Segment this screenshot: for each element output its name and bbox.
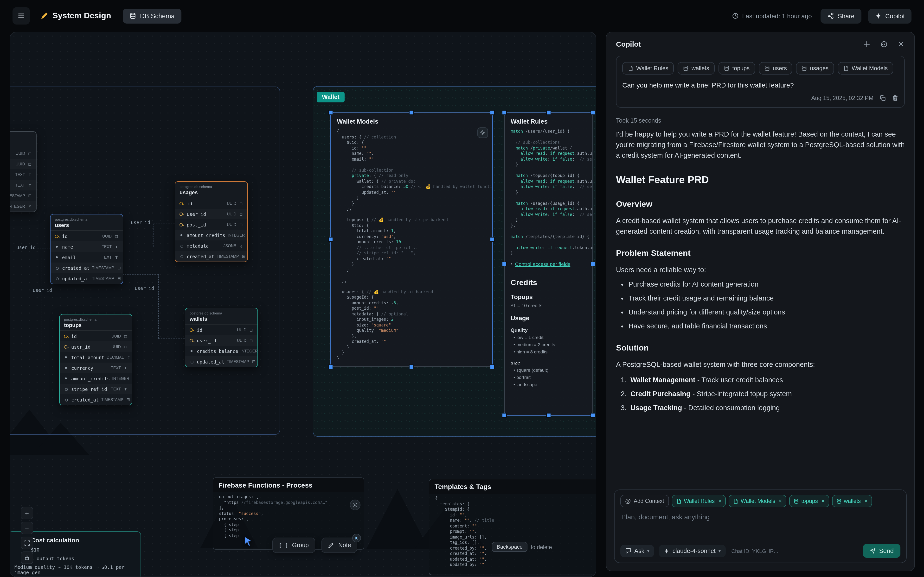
table-field-row[interactable]: user_id UUID <box>185 335 257 346</box>
table-wallets[interactable]: postgres.db.schema wallets id UUID user_… <box>185 308 258 367</box>
copilot-button[interactable]: Copilot <box>868 8 911 23</box>
table-field-row[interactable]: credits_balance INTEGER <box>185 346 257 356</box>
wallet-group-label[interactable]: Wallet <box>317 92 345 102</box>
zoom-out-button[interactable]: − <box>21 522 33 534</box>
table-field-row[interactable]: total_amount DECIMAL <box>60 352 132 363</box>
remove-context-icon[interactable]: × <box>718 498 721 504</box>
composer-context-chip[interactable]: wallets × <box>832 495 872 507</box>
context-chip[interactable]: wallets <box>678 62 714 74</box>
selection-handle[interactable] <box>328 237 333 242</box>
tab-db-schema[interactable]: DB Schema <box>123 8 181 23</box>
database-icon <box>764 65 770 71</box>
selection-handle[interactable] <box>490 110 495 115</box>
selection-handle[interactable] <box>328 364 333 369</box>
table-users[interactable]: postgres.db.schema users id UUID name TE <box>50 214 123 284</box>
selection-handle[interactable] <box>502 110 507 115</box>
table-field-row[interactable]: amount_credits INTEGER <box>175 230 247 240</box>
context-chip[interactable]: usages <box>796 62 834 74</box>
note-tool-button[interactable]: Note <box>321 538 357 553</box>
background-triangle <box>366 489 429 549</box>
wallet-models-card[interactable]: Wallet Models { users: { // collection $… <box>331 113 492 367</box>
fit-view-button[interactable] <box>21 537 33 549</box>
table-field-row[interactable]: TEXT <box>10 169 36 180</box>
card-settings-button[interactable] <box>350 500 360 510</box>
group-tool-button[interactable]: [ ] Group <box>272 538 315 553</box>
selection-handle[interactable] <box>546 413 551 418</box>
model-selector[interactable]: claude-4-sonnet ▾ <box>659 545 725 557</box>
table-field-row[interactable]: updated_at TIMESTAMP <box>185 356 257 367</box>
zoom-in-button[interactable]: + <box>21 507 33 519</box>
remove-context-icon[interactable]: × <box>779 498 782 504</box>
templates-tags-card[interactable]: Templates & Tags { templates: { $tempId:… <box>429 479 596 575</box>
mode-selector[interactable]: Ask ▾ <box>620 545 654 557</box>
context-chip[interactable]: users <box>759 62 792 74</box>
chat-messages[interactable]: Wallet Rules wallets topups <box>606 53 914 484</box>
composer-context-chip[interactable]: Wallet Rules × <box>672 495 726 507</box>
selection-handle[interactable] <box>409 110 414 115</box>
selection-handle[interactable] <box>502 261 507 266</box>
table-field-row[interactable]: amount_credits INTEGER <box>60 373 132 384</box>
card-settings-button[interactable] <box>477 127 488 138</box>
copy-message-button[interactable] <box>879 95 886 102</box>
response-duration[interactable]: Took 15 seconds <box>616 117 905 124</box>
table-field-row[interactable]: id UUID <box>50 231 123 242</box>
field-type-icon <box>27 151 32 156</box>
table-field-row[interactable]: TIMESTAMP <box>10 190 36 201</box>
table-usages[interactable]: postgres.db.schema usages id UUID user_i… <box>175 181 248 262</box>
table-field-row[interactable]: user_id UUID <box>175 209 247 219</box>
cursor-tool[interactable] <box>242 535 255 548</box>
selection-handle[interactable] <box>409 364 414 369</box>
wallet-rules-card[interactable]: Wallet Rules match /users/{user_id} { //… <box>504 113 593 416</box>
history-button[interactable] <box>880 40 888 48</box>
send-button[interactable]: Send <box>863 544 900 558</box>
selection-handle[interactable] <box>502 413 507 418</box>
table-field-row[interactable]: currency TEXT <box>60 363 132 373</box>
table-field-row[interactable]: metadata JSONB <box>175 240 247 251</box>
context-chip[interactable]: Wallet Rules <box>622 62 674 74</box>
table-field-row[interactable]: id UUID <box>175 198 247 209</box>
table-field-row[interactable]: stripe_ref_id TEXT <box>60 384 132 394</box>
close-panel-button[interactable] <box>898 40 905 48</box>
context-chip[interactable]: Wallet Models <box>838 62 893 74</box>
chat-input[interactable] <box>620 512 900 540</box>
remove-context-icon[interactable]: × <box>864 498 867 504</box>
table-partial[interactable]: UUID UUID TEXT <box>10 131 37 212</box>
table-field-row[interactable]: email TEXT <box>50 252 123 263</box>
selection-handle[interactable] <box>591 110 595 115</box>
selection-handle[interactable] <box>591 413 595 418</box>
table-field-row[interactable]: user_id UUID <box>60 342 132 352</box>
selection-handle[interactable] <box>490 237 495 242</box>
new-chat-button[interactable] <box>863 40 871 48</box>
selection-handle[interactable] <box>591 261 595 266</box>
delete-message-button[interactable] <box>892 95 898 102</box>
table-field-row[interactable]: UUID <box>10 148 36 159</box>
table-field-row[interactable]: created_at TIMESTAMP <box>175 251 247 261</box>
selection-handle[interactable] <box>328 110 333 115</box>
table-field-row[interactable]: TEXT <box>10 180 36 190</box>
lock-button[interactable] <box>21 551 33 564</box>
diagram-canvas[interactable]: Wallet user_id user_id user_id user_id <box>10 32 596 577</box>
add-context-button[interactable]: @ Add Context <box>620 495 669 507</box>
table-field-row[interactable]: created_at TIMESTAMP <box>60 394 132 405</box>
remove-context-icon[interactable]: × <box>821 498 825 504</box>
table-field-row[interactable]: post_id UUID <box>175 219 247 230</box>
hamburger-icon <box>17 12 25 20</box>
composer-context-chip[interactable]: Wallet Models × <box>729 495 787 507</box>
table-field-row[interactable]: UUID <box>10 159 36 169</box>
table-field-row[interactable]: name TEXT <box>50 242 123 252</box>
selection-handle[interactable] <box>490 364 495 369</box>
table-field-row[interactable]: id UUID <box>185 324 257 335</box>
table-field-row[interactable]: updated_at TIMESTAMP <box>50 273 123 284</box>
share-button[interactable]: Share <box>821 8 861 23</box>
app: System Design DB Schema Last updated: 1 … <box>0 0 924 577</box>
selection-handle[interactable] <box>546 110 551 115</box>
menu-button[interactable] <box>13 7 30 24</box>
table-topups[interactable]: postgres.db.schema topups id UUID user_i… <box>59 314 132 405</box>
table-field-row[interactable]: INTEGER <box>10 201 36 211</box>
control-access-link[interactable]: Control access per fields <box>515 261 570 267</box>
table-field-row[interactable]: id UUID <box>60 331 132 342</box>
table-field-row[interactable]: created_at TIMESTAMP <box>50 263 123 273</box>
composer-context-chip[interactable]: topups × <box>789 495 829 507</box>
context-chip[interactable]: topups <box>718 62 755 74</box>
field-type-icon <box>239 201 244 206</box>
